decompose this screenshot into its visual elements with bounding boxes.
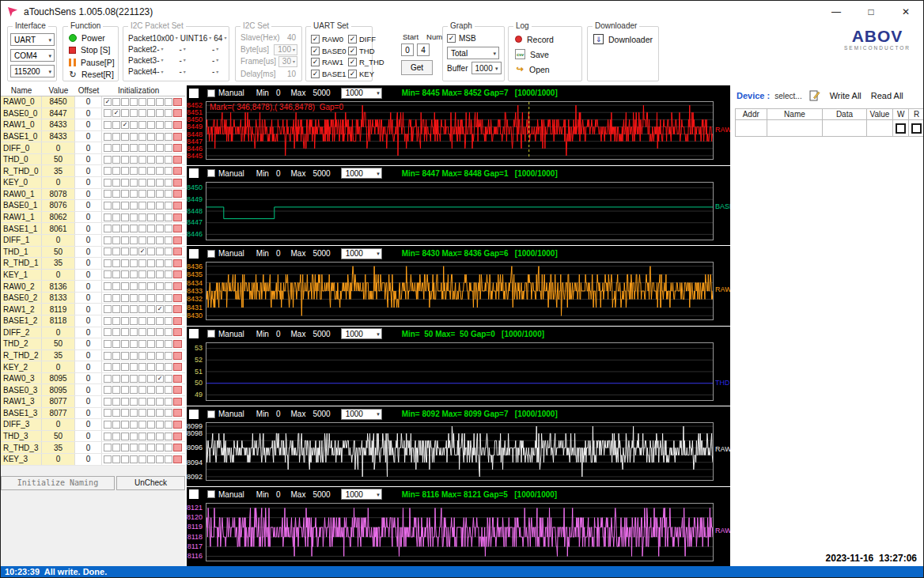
init-checkbox[interactable] [165, 247, 172, 255]
trace-color-box[interactable] [173, 156, 182, 164]
close-button[interactable]: ✕ [888, 1, 923, 23]
packet-field[interactable]: -▾ [212, 56, 226, 65]
init-checkbox[interactable] [138, 213, 146, 221]
init-checkbox[interactable] [147, 190, 155, 198]
manual-checkbox[interactable] [207, 410, 215, 418]
manual-checkbox[interactable] [207, 490, 215, 498]
init-checkbox[interactable] [112, 202, 120, 210]
init-checkbox[interactable] [121, 340, 129, 348]
init-checkbox[interactable] [147, 156, 155, 164]
init-checkbox[interactable] [112, 294, 120, 302]
init-checkbox[interactable] [130, 363, 138, 371]
trace-color-box[interactable] [173, 109, 182, 117]
init-checkbox[interactable] [104, 121, 112, 129]
init-checkbox[interactable] [104, 375, 112, 383]
init-checkbox[interactable] [121, 328, 129, 336]
init-checkbox[interactable] [156, 455, 164, 463]
init-checkbox[interactable] [147, 386, 155, 394]
init-checkbox[interactable] [104, 270, 112, 278]
init-checkbox[interactable] [104, 421, 112, 429]
trace-color-box[interactable] [173, 363, 182, 371]
init-checkbox[interactable] [104, 98, 112, 106]
save-button[interactable]: Save [515, 47, 581, 62]
points-combo[interactable]: 1000▾ [341, 88, 382, 99]
init-checkbox[interactable] [156, 156, 164, 164]
init-checkbox[interactable] [156, 433, 164, 440]
init-checkbox[interactable] [121, 421, 129, 429]
init-checkbox[interactable] [156, 270, 164, 278]
init-checkbox[interactable] [147, 225, 155, 232]
power-button[interactable]: Power [69, 32, 118, 44]
init-checkbox[interactable] [121, 179, 129, 187]
init-checkbox[interactable] [156, 144, 164, 152]
init-checkbox[interactable] [165, 156, 172, 164]
init-checkbox[interactable] [165, 294, 172, 302]
init-checkbox[interactable] [138, 444, 146, 451]
init-checkbox[interactable] [138, 317, 146, 325]
init-checkbox[interactable] [147, 213, 155, 221]
record-button[interactable]: Record [515, 32, 581, 47]
init-checkbox[interactable] [112, 421, 120, 429]
interface-combo-0[interactable]: UART▾ [10, 33, 55, 46]
max-input[interactable]: 5000 [312, 490, 330, 499]
device-cell-w[interactable] [893, 120, 909, 137]
init-checkbox[interactable] [104, 156, 112, 164]
init-checkbox[interactable] [138, 305, 146, 313]
init-checkbox[interactable] [112, 328, 120, 336]
init-checkbox[interactable] [130, 109, 138, 117]
min-input[interactable]: 0 [276, 490, 281, 499]
init-checkbox[interactable] [147, 352, 155, 360]
init-checkbox[interactable] [130, 340, 138, 348]
init-checkbox[interactable] [147, 109, 155, 117]
init-checkbox[interactable] [104, 317, 112, 325]
init-checkbox[interactable] [112, 270, 120, 278]
init-checkbox[interactable] [130, 213, 138, 221]
trace-color-box[interactable] [173, 444, 182, 451]
init-checkbox[interactable] [130, 133, 138, 141]
init-checkbox[interactable] [147, 398, 155, 406]
init-checkbox[interactable] [130, 409, 138, 417]
interface-combo-2[interactable]: 115200▾ [10, 65, 55, 77]
init-checkbox[interactable] [156, 179, 164, 187]
points-combo[interactable]: 1000▾ [341, 168, 382, 179]
init-checkbox[interactable] [147, 144, 155, 152]
init-checkbox[interactable] [165, 375, 172, 383]
init-checkbox[interactable] [130, 328, 138, 336]
trace-color-box[interactable] [173, 282, 182, 290]
init-checkbox[interactable] [130, 444, 138, 451]
trace-color-box[interactable] [173, 340, 182, 348]
init-checkbox[interactable] [112, 340, 120, 348]
init-checkbox[interactable] [156, 340, 164, 348]
init-checkbox[interactable] [104, 247, 112, 255]
trace-color-box[interactable] [173, 421, 182, 429]
init-checkbox[interactable] [147, 409, 155, 417]
init-checkbox[interactable] [156, 317, 164, 325]
init-checkbox[interactable] [156, 386, 164, 394]
init-checkbox[interactable] [130, 386, 138, 394]
uart-checkbox-thd[interactable]: THD [348, 45, 384, 57]
init-checkbox[interactable] [138, 98, 146, 106]
init-checkbox[interactable] [165, 433, 172, 440]
trace-color-box[interactable] [173, 386, 182, 394]
init-checkbox[interactable] [130, 455, 138, 463]
trace-color-box[interactable] [173, 398, 182, 406]
init-checkbox[interactable] [112, 247, 120, 255]
max-input[interactable]: 5000 [312, 410, 330, 418]
init-checkbox[interactable] [138, 144, 146, 152]
init-checkbox[interactable] [138, 121, 146, 129]
init-checkbox[interactable] [130, 236, 138, 244]
init-checkbox[interactable] [156, 98, 164, 106]
init-checkbox[interactable] [130, 421, 138, 429]
manual-checkbox[interactable] [207, 330, 215, 338]
init-checkbox[interactable] [104, 236, 112, 244]
uart-checkbox-key[interactable]: KEY [348, 68, 384, 80]
read-box[interactable] [911, 123, 922, 134]
init-checkbox[interactable] [130, 179, 138, 187]
packet-field[interactable]: -▾ [157, 45, 176, 54]
init-checkbox[interactable] [138, 133, 146, 141]
packet-field[interactable]: UINT16▾ [180, 34, 211, 43]
init-checkbox[interactable] [112, 363, 120, 371]
init-checkbox[interactable] [147, 375, 155, 383]
device-cell-r[interactable] [909, 120, 924, 137]
init-checkbox[interactable] [165, 444, 172, 451]
